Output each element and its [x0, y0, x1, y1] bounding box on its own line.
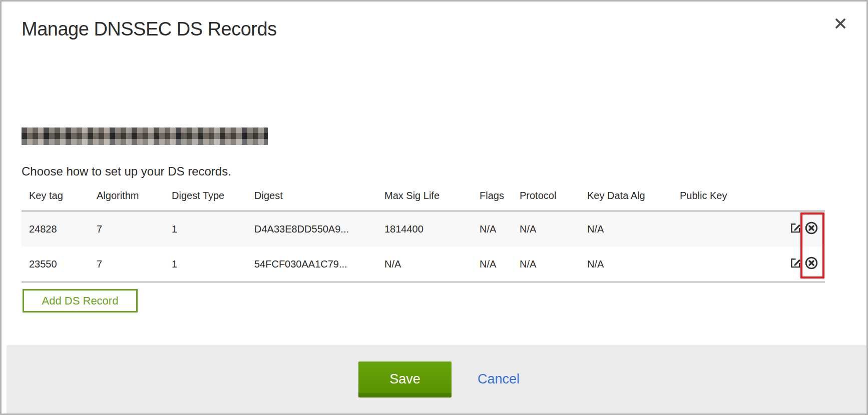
- edit-record-button[interactable]: [790, 222, 801, 236]
- column-header-algorithm: Algorithm: [97, 190, 172, 202]
- row-actions: [779, 222, 825, 237]
- cell-protocol: N/A: [520, 258, 587, 270]
- table-row: 23550 7 1 54FCF030AA1C79... N/A N/A N/A …: [22, 246, 825, 282]
- cell-digest: 54FCF030AA1C79...: [254, 258, 384, 270]
- column-header-digest: Digest: [254, 190, 384, 202]
- domain-name-redacted: [22, 128, 268, 145]
- cell-digest-type: 1: [172, 224, 254, 235]
- column-header-public-key: Public Key: [680, 190, 825, 202]
- table-header-row: Key tag Algorithm Digest Type Digest Max…: [22, 180, 825, 210]
- add-ds-record-button[interactable]: Add DS Record: [23, 289, 138, 312]
- save-button[interactable]: Save: [358, 362, 452, 398]
- dialog-footer: Save Cancel: [7, 345, 868, 414]
- manage-dnssec-dialog: Manage DNSSEC DS Records Choose how to s…: [0, 0, 868, 415]
- edit-record-button[interactable]: [790, 257, 801, 271]
- cancel-link[interactable]: Cancel: [478, 372, 520, 387]
- close-icon: [834, 18, 846, 32]
- table-row: 24828 7 1 D4A33E8DD550A9... 1814400 N/A …: [22, 212, 825, 246]
- column-header-key-tag: Key tag: [29, 190, 97, 202]
- column-header-protocol: Protocol: [520, 190, 587, 202]
- column-header-max-sig-life: Max Sig Life: [384, 190, 480, 202]
- cell-flags: N/A: [480, 224, 520, 235]
- column-header-flags: Flags: [480, 190, 520, 202]
- cell-key-tag: 23550: [29, 258, 97, 270]
- circle-x-icon: [805, 256, 818, 272]
- cell-algorithm: 7: [97, 258, 172, 270]
- delete-record-button[interactable]: [805, 222, 818, 237]
- delete-record-button[interactable]: [805, 256, 818, 272]
- page-title: Manage DNSSEC DS Records: [22, 18, 277, 40]
- column-header-digest-type: Digest Type: [172, 190, 254, 202]
- column-header-key-data-alg: Key Data Alg: [587, 190, 680, 202]
- cell-max-sig-life: 1814400: [384, 224, 480, 235]
- ds-records-table: Key tag Algorithm Digest Type Digest Max…: [22, 180, 825, 282]
- edit-icon: [790, 222, 801, 236]
- cell-key-tag: 24828: [29, 224, 97, 235]
- close-button[interactable]: [832, 16, 848, 32]
- circle-x-icon: [805, 222, 818, 237]
- row-actions: [779, 256, 825, 272]
- cell-digest-type: 1: [172, 258, 254, 270]
- cell-algorithm: 7: [97, 224, 172, 235]
- cell-key-data-alg: N/A: [587, 224, 680, 235]
- instruction-text: Choose how to set up your DS records.: [22, 164, 231, 178]
- cell-digest: D4A33E8DD550A9...: [254, 224, 384, 235]
- cell-protocol: N/A: [520, 224, 587, 235]
- cell-flags: N/A: [480, 258, 520, 270]
- edit-icon: [790, 257, 801, 271]
- cell-key-data-alg: N/A: [587, 258, 680, 270]
- table-body: 24828 7 1 D4A33E8DD550A9... 1814400 N/A …: [22, 210, 825, 282]
- cell-max-sig-life: N/A: [384, 258, 480, 270]
